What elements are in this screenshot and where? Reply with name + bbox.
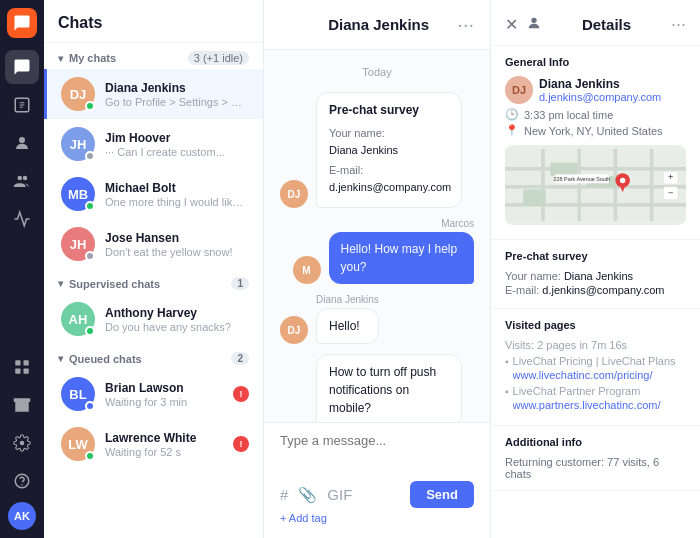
chat-item-jose[interactable]: JH Jose Hansen Don't eat the yellow snow…: [44, 219, 263, 269]
details-options-button[interactable]: ···: [671, 14, 686, 35]
nav-apps[interactable]: [5, 350, 39, 384]
emoji-icon[interactable]: #: [280, 486, 288, 503]
gif-icon[interactable]: GIF: [327, 486, 352, 503]
general-info-section: General Info DJ Diana Jenkins d.jenkins@…: [491, 46, 700, 240]
details-header-left: ✕: [505, 15, 542, 35]
general-info-avatar: DJ: [505, 76, 533, 104]
msg-bubble-wrap-question: How to turn off push notifications on mo…: [316, 354, 462, 422]
msg-bubble-wrap-hello-in: Diana Jenkins Hello!: [316, 294, 379, 344]
user-avatar[interactable]: AK: [8, 502, 36, 530]
my-chats-badge: 3 (+1 idle): [188, 51, 249, 65]
msg-hello-in-row: DJ Diana Jenkins Hello!: [280, 294, 474, 344]
section-queued-label: Queued chats: [69, 353, 142, 365]
svg-rect-4: [15, 360, 20, 365]
additional-info-title: Additional info: [505, 436, 686, 448]
chat-options-button[interactable]: ···: [457, 13, 474, 36]
nav-chat[interactable]: [5, 50, 39, 84]
chat-info-michael: Michael Bolt One more thing I would like…: [105, 181, 249, 208]
general-info-name: Diana Jenkins: [539, 77, 661, 91]
logo: [7, 8, 37, 38]
svg-point-2: [18, 176, 23, 181]
attach-icon[interactable]: 📎: [298, 486, 317, 504]
chat-avatar-brian: BL: [61, 377, 95, 411]
nav-help[interactable]: [5, 464, 39, 498]
chat-name-michael: Michael Bolt: [105, 181, 249, 195]
nav-settings[interactable]: [5, 426, 39, 460]
add-tag-link[interactable]: + Add tag: [280, 508, 327, 528]
visited-page-2-url[interactable]: www.partners.livechatinc.com/: [513, 399, 661, 411]
chat-name-diana: Diana Jenkins: [105, 81, 249, 95]
svg-point-8: [20, 441, 25, 446]
msg-sender-marcos1: Marcos: [329, 218, 475, 229]
section-queued[interactable]: ▾ Queued chats 2: [44, 344, 263, 369]
chat-preview-brian: Waiting for 3 min: [105, 396, 223, 408]
chat-header-name: Diana Jenkins: [328, 16, 429, 33]
msg-bubble-survey: Pre-chat survey Your name: Diana Jenkins…: [316, 92, 462, 208]
msg-bubble-question: How to turn off push notifications on mo…: [316, 354, 462, 422]
chat-info-diana: Diana Jenkins Go to Profile > Settings >…: [105, 81, 249, 108]
chat-messages: Today DJ Pre-chat survey Your name: Dian…: [264, 50, 490, 422]
page-icon-1: ▪: [505, 356, 509, 367]
chat-list-panel: Chats ▾ My chats 3 (+1 idle) DJ Diana Je…: [44, 0, 264, 538]
chat-name-brian: Brian Lawson: [105, 381, 223, 395]
chat-item-jim[interactable]: JH Jim Hoover ··· Can I create custom...: [44, 119, 263, 169]
pre-chat-survey-section: Pre-chat survey Your name: Diana Jenkins…: [491, 240, 700, 309]
section-supervised[interactable]: ▾ Supervised chats 1: [44, 269, 263, 294]
survey-field-email-value: d.jenkins@company.com: [329, 179, 449, 196]
details-header: ✕ Details ···: [491, 0, 700, 46]
details-user-icon: [526, 15, 542, 35]
additional-info-section: Additional info Returning customer: 77 v…: [491, 426, 700, 491]
date-divider: Today: [280, 66, 474, 78]
svg-point-1: [19, 137, 25, 143]
msg-bubble-wrap-hello-out: Marcos Hello! How may I help you?: [329, 218, 475, 284]
visited-pages-section: Visited pages Visits: 2 pages in 7m 16s …: [491, 309, 700, 426]
nav-team[interactable]: [5, 164, 39, 198]
chat-avatar-lawrence: LW: [61, 427, 95, 461]
chat-item-brian[interactable]: BL Brian Lawson Waiting for 3 min !: [44, 369, 263, 419]
nav-analytics[interactable]: [5, 202, 39, 236]
pre-chat-survey-title: Pre-chat survey: [505, 250, 686, 262]
survey-field-email-label: E-mail:: [329, 162, 449, 179]
msg-survey-row: DJ Pre-chat survey Your name: Diana Jenk…: [280, 92, 474, 208]
chat-item-diana[interactable]: DJ Diana Jenkins Go to Profile > Setting…: [44, 69, 263, 119]
visits-count: Visits: 2 pages in 7m 16s: [505, 339, 686, 351]
info-time: 3:33 pm local time: [524, 109, 613, 121]
nav-archive[interactable]: [5, 388, 39, 422]
visited-page-2: LiveChat Partner Program www.partners.li…: [513, 385, 661, 415]
general-info-email[interactable]: d.jenkins@company.com: [539, 91, 661, 103]
survey-field-name-label: Your name:: [329, 125, 449, 142]
msg-bubble-hello-in: Hello!: [316, 308, 379, 344]
survey-field-name-value: Diana Jenkins: [329, 142, 449, 159]
visited-page-2-row: ▪ LiveChat Partner Program www.partners.…: [505, 385, 686, 415]
details-panel: ✕ Details ··· General Info DJ Diana Jenk…: [490, 0, 700, 538]
msg-question-row: DJ How to turn off push notifications on…: [280, 354, 474, 422]
msg-avatar-marcos1: M: [293, 256, 321, 284]
svg-text:+: +: [668, 172, 673, 182]
send-button[interactable]: Send: [410, 481, 474, 508]
brian-badge: !: [233, 386, 249, 402]
general-info-name-block: Diana Jenkins d.jenkins@company.com: [539, 77, 661, 103]
msg-bubble-hello-out: Hello! How may I help you?: [329, 232, 475, 284]
chat-item-michael[interactable]: MB Michael Bolt One more thing I would l…: [44, 169, 263, 219]
svg-point-11: [531, 17, 536, 22]
chat-main: Diana Jenkins ··· Today DJ Pre-chat surv…: [264, 0, 490, 538]
lawrence-badge: !: [233, 436, 249, 452]
nav-reports[interactable]: [5, 88, 39, 122]
info-time-row: 🕒 3:33 pm local time: [505, 108, 686, 121]
svg-point-10: [21, 484, 23, 486]
chat-list-title: Chats: [44, 0, 263, 43]
chevron-my-chats: ▾: [58, 53, 63, 64]
chat-info-jose: Jose Hansen Don't eat the yellow snow!: [105, 231, 249, 258]
svg-rect-17: [577, 149, 581, 221]
msg-bubble-wrap-survey: Pre-chat survey Your name: Diana Jenkins…: [316, 92, 462, 208]
message-input[interactable]: [280, 433, 474, 473]
chevron-supervised: ▾: [58, 278, 63, 289]
chat-preview-jose: Don't eat the yellow snow!: [105, 246, 249, 258]
chat-item-anthony[interactable]: AH Anthony Harvey Do you have any snacks…: [44, 294, 263, 344]
visited-page-1-url[interactable]: www.livechatinc.com/pricing/: [513, 369, 676, 381]
details-close-button[interactable]: ✕: [505, 15, 518, 34]
chat-item-lawrence[interactable]: LW Lawrence White Waiting for 52 s !: [44, 419, 263, 469]
nav-contacts[interactable]: [5, 126, 39, 160]
svg-rect-7: [24, 369, 29, 374]
section-my-chats[interactable]: ▾ My chats 3 (+1 idle): [44, 43, 263, 69]
